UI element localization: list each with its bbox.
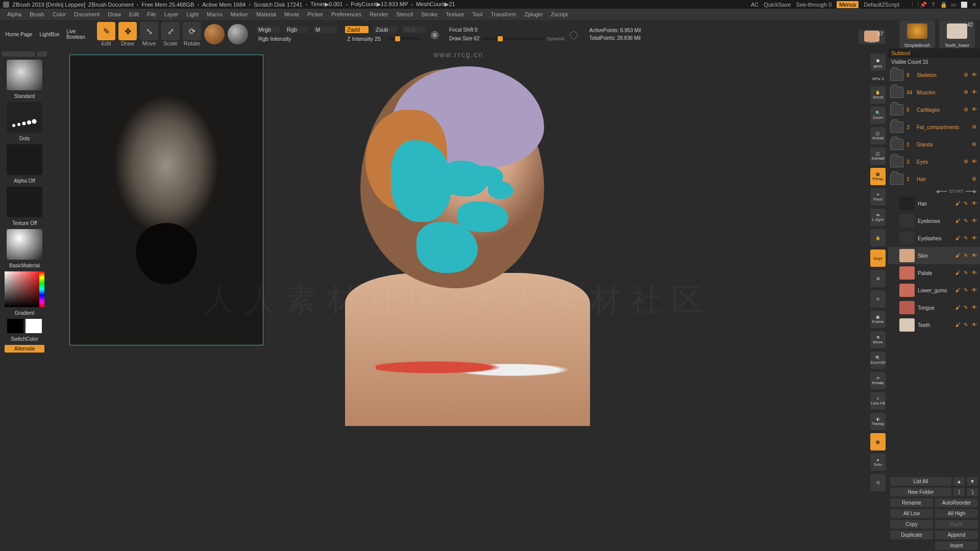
menu-picker[interactable]: Picker <box>307 11 323 17</box>
newfolder-button[interactable]: New Folder <box>890 488 951 496</box>
default-zscript[interactable]: DefaultZScript <box>864 2 899 8</box>
color-picker[interactable] <box>5 271 44 307</box>
folder-cartilages[interactable]: 6Cartilages⚙👁 <box>888 101 980 118</box>
listall-button[interactable]: List All <box>890 477 951 486</box>
lock-icon[interactable]: 🔒 <box>940 2 946 8</box>
dynamesh-icon[interactable]: ▦ <box>870 433 886 450</box>
floor-button[interactable]: ▾Floor <box>870 188 886 206</box>
menu-stencil[interactable]: Stencil <box>396 11 413 17</box>
scroll-button[interactable]: ✋Scroll <box>870 86 886 104</box>
zoom3d-button[interactable]: 🔍Zoom3D <box>870 352 886 369</box>
menu-alpha[interactable]: Alpha <box>7 11 21 17</box>
item-hair[interactable]: Hair🖌✎👁 <box>888 195 980 212</box>
secondary-color-swatch[interactable] <box>228 24 248 44</box>
texture-thumbnail[interactable] <box>7 187 42 217</box>
rotate-mode-button[interactable]: ⟳ <box>183 22 201 40</box>
aahalf-button[interactable]: ◫AAHalf <box>870 147 886 165</box>
menu-macro[interactable]: Macro <box>207 11 223 17</box>
gxyz-button[interactable]: Gxyz <box>870 249 886 267</box>
paste-button[interactable]: Paste <box>935 520 978 529</box>
folder-skeleton[interactable]: 9Skeleton⚙👁 <box>888 66 980 84</box>
item-eyelashes[interactable]: Eyelashes🖌✎👁 <box>888 230 980 247</box>
gradient-label[interactable]: Gradient <box>15 310 34 316</box>
alllow-button[interactable]: All Low <box>890 509 933 518</box>
duplicate-button[interactable]: Duplicate <box>890 531 933 539</box>
quicksave-button[interactable]: QuickSave <box>764 2 791 8</box>
copy-button[interactable]: Copy <box>890 520 933 529</box>
menu-tool[interactable]: Tool <box>472 11 482 17</box>
main-swatch[interactable] <box>7 319 23 333</box>
zcut-button[interactable]: Zcut <box>402 26 426 33</box>
rotate3d-button[interactable]: ⟳Rotate <box>870 372 886 389</box>
move3d-button[interactable]: ✥Move <box>870 331 886 348</box>
pin-icon[interactable]: 📌 <box>920 2 926 8</box>
transp-button[interactable]: ◐Transp <box>870 413 886 430</box>
menu-marker[interactable]: Marker <box>231 11 248 17</box>
menus-toggle[interactable]: Menus <box>837 1 859 8</box>
lsym-button[interactable]: ⇋L.Sym <box>870 209 886 226</box>
item-lowergums[interactable]: Lower_gums🖌✎👁 <box>888 282 980 299</box>
active-color-swatch[interactable] <box>204 24 225 44</box>
polyframe-icon[interactable]: ⊡ <box>870 474 886 491</box>
subtool-header[interactable]: Subtool <box>888 48 980 58</box>
folder-eyes[interactable]: 3Eyes⚙👁 <box>888 153 980 170</box>
append-button[interactable]: Append <box>935 531 978 539</box>
linefill-button[interactable]: ≡Line Fill <box>870 392 886 410</box>
move-up-button[interactable]: ▲ <box>953 477 965 486</box>
rgb-button[interactable]: Rgb <box>285 26 308 33</box>
subtool-list[interactable]: 9Skeleton⚙👁 34Muscles⚙👁 6Cartilages⚙👁 3F… <box>888 66 980 476</box>
folder-glands[interactable]: 3Glands⚙ <box>888 136 980 153</box>
stroke-thumbnail[interactable] <box>7 102 42 133</box>
brush-thumbnail[interactable] <box>7 60 42 90</box>
reference-image-panel[interactable] <box>69 55 263 345</box>
zsub-button[interactable]: Zsub <box>374 26 397 33</box>
secondary-swatch[interactable] <box>26 319 42 333</box>
dynamic-icon[interactable]: ◌ <box>569 28 578 40</box>
edit-mode-button[interactable]: ✎ <box>97 22 115 40</box>
lightbox-button[interactable]: LightBox <box>36 22 63 46</box>
menu-color[interactable]: Color <box>53 11 66 17</box>
menu-render[interactable]: Render <box>370 11 388 17</box>
close-icon[interactable]: ✕ <box>971 2 977 8</box>
item-teeth[interactable]: Teeth🖌✎👁 <box>888 316 980 334</box>
menu-draw[interactable]: Draw <box>108 11 121 17</box>
switchcolor-button[interactable]: SwitchColor <box>11 336 38 342</box>
move-down-button[interactable]: ▼ <box>967 477 978 486</box>
menu-file[interactable]: File <box>147 11 156 17</box>
menu-document[interactable]: Document <box>74 11 100 17</box>
persp-button[interactable]: ▦Persp <box>870 168 886 185</box>
draw-size-slider[interactable] <box>482 37 544 40</box>
scale-mode-button[interactable]: ⤢ <box>161 22 180 40</box>
item-skin[interactable]: Skin🖌✎👁 <box>888 247 980 264</box>
item-palate[interactable]: Palate🖌✎👁 <box>888 264 980 282</box>
lock-icon[interactable]: 🔒 <box>870 229 886 246</box>
alpha-thumbnail[interactable] <box>7 144 42 175</box>
viewport-canvas[interactable]: www.rrcg.cn 人人素材社区 人人素材社区 <box>49 48 868 551</box>
live-boolean-button[interactable]: Live Boolean <box>66 22 94 46</box>
bpr-button[interactable]: ●BPR <box>870 54 886 71</box>
maximize-icon[interactable]: ⬜ <box>961 2 967 8</box>
menu-texture[interactable]: Texture <box>446 11 464 17</box>
rename-button[interactable]: Rename <box>890 498 933 507</box>
folder-down-button[interactable]: ⤵ <box>967 488 978 496</box>
frame-button[interactable]: ▣Frame <box>870 311 886 328</box>
menu-light[interactable]: Light <box>186 11 199 17</box>
menu-material[interactable]: Material <box>256 11 276 17</box>
menu-stroke[interactable]: Stroke <box>421 11 437 17</box>
draw-size-label[interactable]: Draw Size 62 <box>449 36 479 41</box>
refresh-icon[interactable]: ↻ <box>870 290 886 308</box>
folder-hair[interactable]: 3Hair⚙ <box>888 170 980 188</box>
autoreorder-button[interactable]: AutoReorder <box>935 498 978 507</box>
config-icon[interactable]: ⋮⋮ <box>910 2 916 8</box>
focal-shift-label[interactable]: Focal Shift 0 <box>449 27 478 33</box>
menu-layer[interactable]: Layer <box>164 11 179 17</box>
menu-preferences[interactable]: Preferences <box>331 11 361 17</box>
zadd-button[interactable]: Zadd <box>345 26 369 33</box>
actual-button[interactable]: ◱Actual <box>870 127 886 144</box>
menu-zplugin[interactable]: Zplugin <box>524 11 543 17</box>
mrgb-button[interactable]: Mrgb <box>256 26 280 33</box>
help-icon[interactable]: ? <box>930 2 936 8</box>
alternate-button[interactable]: Alternate <box>5 345 44 353</box>
menu-transform[interactable]: Transform <box>491 11 516 17</box>
zoom-button[interactable]: 🔍Zoom <box>870 107 886 124</box>
